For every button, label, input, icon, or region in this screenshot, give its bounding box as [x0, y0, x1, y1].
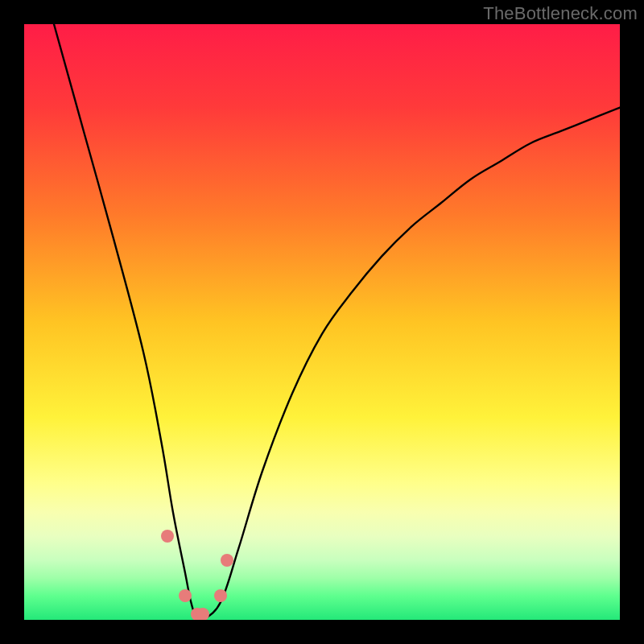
curve-marker-dot: [221, 554, 233, 567]
curve-marker-dot: [179, 589, 192, 602]
curve-marker-dot: [161, 530, 174, 543]
chart-plot-area: [24, 24, 620, 620]
curve-marker-dot: [196, 608, 209, 620]
watermark-label: TheBottleneck.com: [483, 3, 638, 24]
bottleneck-curve: [24, 24, 620, 620]
curve-marker-dot: [214, 589, 227, 602]
